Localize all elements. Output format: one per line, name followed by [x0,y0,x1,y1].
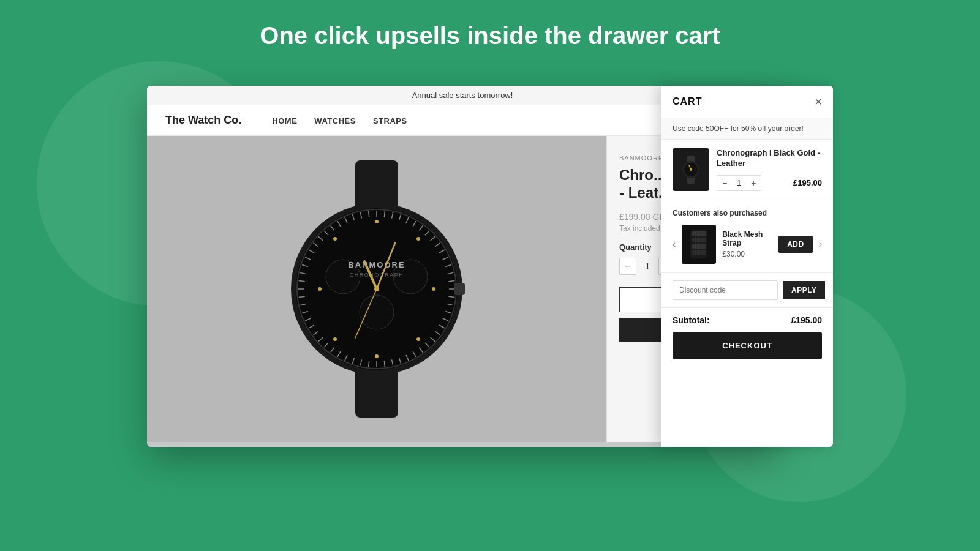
svg-line-34 [384,361,385,367]
upsell-add-button[interactable]: ADD [778,236,813,253]
svg-point-68 [375,220,379,223]
discount-input[interactable] [673,280,778,300]
qty-value: 1 [645,261,650,271]
svg-point-75 [333,237,337,241]
cart-close-button[interactable]: × [815,96,822,108]
nav-links: HOME WATCHES STRAPS [272,115,407,126]
discount-apply-button[interactable]: APPLY [783,281,825,299]
svg-point-67 [360,295,394,329]
svg-point-74 [318,287,322,291]
page-headline: One click upsells inside the drawer cart [0,0,980,67]
svg-line-36 [369,361,369,367]
upsell-item-name: Black Mesh Strap [722,230,772,247]
upsell-strap-icon [688,229,710,260]
checkout-button[interactable]: CHECKOUT [673,332,822,359]
cart-promo-bar: Use code 50OFF for 50% off your order! [662,118,833,140]
svg-line-49 [299,296,305,297]
cart-item-qty-row: − 1 + £195.00 [717,175,822,191]
cart-item-price: £195.00 [793,178,822,187]
svg-line-6 [384,211,385,217]
watch-illustration: BANMOORE CHRONOGRAPH [260,148,493,430]
discount-row: APPLY [662,273,833,308]
svg-line-64 [369,211,369,217]
cart-item-name: Chronograph I Black Gold - Leather [717,148,822,169]
cart-item-watch-icon [679,154,703,185]
svg-line-19 [448,281,454,282]
upsell-item-price: £30.00 [722,250,772,258]
cart-item-details: Chronograph I Black Gold - Leather − 1 +… [717,148,822,191]
svg-point-70 [432,287,435,291]
svg-line-21 [448,296,454,297]
subtotal-row: Subtotal: £195.00 [662,308,833,332]
cart-promo-text: Use code 50OFF for 50% off your order! [673,124,804,133]
upsell-prev-button[interactable]: ‹ [673,239,676,250]
upsell-item-info: Black Mesh Strap £30.00 [722,230,772,258]
upsell-item-image [682,225,716,264]
svg-point-73 [333,337,337,341]
cart-qty-num: 1 [732,178,746,187]
qty-decrease-btn[interactable]: − [619,258,636,275]
svg-point-72 [375,354,379,358]
svg-point-81 [374,287,379,291]
subtotal-value: £195.00 [791,315,822,325]
nav-item-watches[interactable]: WATCHES [314,115,356,126]
svg-text:CHRONOGRAPH: CHRONOGRAPH [350,272,404,278]
cart-qty-controls: − 1 + [717,175,761,191]
svg-point-71 [417,337,420,341]
upsell-section: Customers also purchased ‹ Black M [662,200,833,273]
subtotal-label: Subtotal: [673,315,710,325]
cart-item-image [673,148,709,191]
cart-item: Chronograph I Black Gold - Leather − 1 +… [662,140,833,200]
svg-text:BANMOORE: BANMOORE [348,260,405,269]
cart-drawer: CART × Use code 50OFF for 50% off your o… [662,86,833,447]
announcement-text: Annual sale starts tomorrow! [412,91,513,100]
upsell-next-button[interactable]: › [819,239,822,250]
brand-name: The Watch Co. [165,114,241,127]
svg-line-51 [299,281,305,282]
upsell-item: ‹ Black Mesh Strap £30.00 [673,225,822,264]
cart-qty-increase[interactable]: + [746,176,761,190]
upsell-title: Customers also purchased [673,209,822,217]
nav-item-straps[interactable]: STRAPS [373,115,407,126]
svg-point-69 [417,237,420,241]
svg-point-89 [690,168,692,171]
cart-qty-decrease[interactable]: − [717,176,732,190]
watch-image-section: BANMOORE CHRONOGRAPH [147,136,606,442]
cart-header: CART × [662,86,833,118]
nav-item-home[interactable]: HOME [272,115,297,126]
cart-title: CART [673,96,702,107]
svg-rect-82 [454,283,465,295]
